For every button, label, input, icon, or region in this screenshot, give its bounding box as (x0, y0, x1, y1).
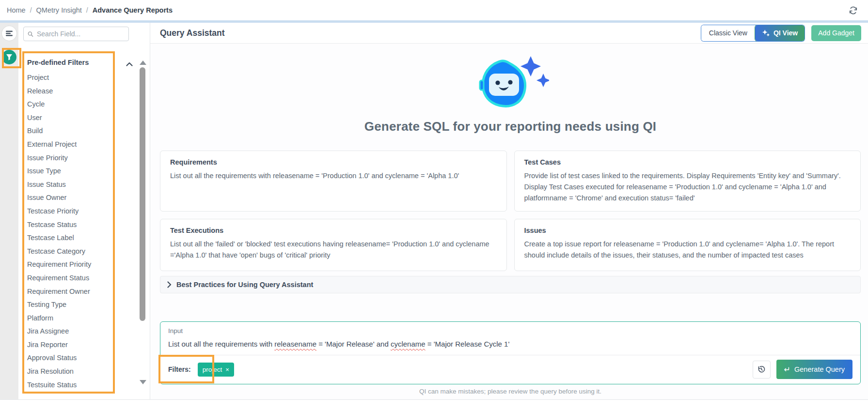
query-history-button[interactable] (753, 361, 771, 379)
query-text-misspelled: cyclename (391, 340, 426, 348)
query-text-input[interactable]: List out all the requirements with relea… (160, 334, 860, 355)
query-text-misspelled: releasename (274, 340, 316, 348)
filter-list-item[interactable]: Issue Priority (18, 152, 135, 165)
example-card-test-cases[interactable]: Test Cases Provide list of test cases li… (514, 151, 861, 212)
refresh-icon (849, 6, 858, 15)
collapse-section-button[interactable] (126, 60, 133, 68)
card-body: Create a top issue report for releasenam… (524, 239, 851, 261)
filter-list-item[interactable]: Requirement Status (18, 272, 135, 285)
query-assistant-content: Generate SQL for your reporting needs us… (150, 44, 868, 399)
search-field-box (23, 27, 129, 41)
predefined-filters-title: Pre-defined Filters (27, 59, 89, 66)
sparkle-icon (762, 29, 770, 37)
qi-bot-icon (472, 55, 549, 113)
main-panel: Query Assistant Classic View QI View Add… (150, 23, 868, 399)
filter-list-item[interactable]: Release (18, 85, 135, 98)
filter-list-item[interactable]: Cycle (18, 98, 135, 111)
query-input-panel: Input List out all the requirements with… (160, 321, 861, 384)
filter-list-item[interactable]: Build (18, 124, 135, 138)
breadcrumb-separator: / (86, 6, 88, 14)
card-body: List out all the requirements with relea… (170, 170, 497, 182)
example-card-issues[interactable]: Issues Create a top issue report for rel… (514, 219, 861, 271)
filter-list-item[interactable]: Testcase Category (18, 245, 135, 258)
card-title: Requirements (170, 158, 497, 166)
card-body: Provide list of test cases linked to the… (524, 170, 851, 204)
search-input[interactable] (37, 30, 125, 38)
main-header: Query Assistant Classic View QI View Add… (150, 23, 868, 44)
view-toggle: Classic View QI View (701, 25, 805, 41)
qi-view-button[interactable]: QI View (755, 25, 805, 41)
filter-list-item[interactable]: Requirement Priority (18, 258, 135, 272)
breadcrumb: Home / QMetry Insight / Advance Query Re… (0, 0, 868, 20)
example-card-requirements[interactable]: Requirements List out all the requiremen… (160, 151, 507, 212)
filter-list-item[interactable]: Jira Reporter (18, 338, 135, 352)
qi-disclaimer: QI can make mistakes; please review the … (160, 388, 861, 395)
chevron-right-icon (167, 281, 172, 288)
remove-filter-icon[interactable]: × (225, 366, 229, 373)
filter-list-item[interactable]: Requirement Owner (18, 285, 135, 299)
qi-view-label: QI View (773, 29, 798, 37)
best-practices-toggle[interactable]: Best Practices for Using Query Assistant (160, 276, 861, 293)
filter-list-item[interactable]: Platform (18, 312, 135, 325)
list-icon (5, 30, 13, 37)
filters-label: Filters: (168, 365, 191, 373)
example-cards: Requirements List out all the requiremen… (160, 151, 861, 271)
history-icon (757, 365, 766, 374)
filter-chip-project[interactable]: project × (198, 363, 234, 377)
filter-list-item[interactable]: Jira Resolution (18, 365, 135, 379)
app-window: Home / QMetry Insight / Advance Query Re… (0, 0, 868, 410)
breadcrumb-qmetry-insight[interactable]: QMetry Insight (36, 6, 82, 14)
filter-list-item[interactable]: Testcase Priority (18, 205, 135, 218)
breadcrumb-home[interactable]: Home (7, 6, 26, 14)
chevron-up-icon (126, 62, 133, 66)
filter-list-item[interactable]: External Project (18, 138, 135, 152)
filter-list-item[interactable]: Issue Owner (18, 191, 135, 205)
filter-list-item[interactable]: Issue Type (18, 165, 135, 178)
hero-section: Generate SQL for your reporting needs us… (160, 44, 861, 134)
classic-view-button[interactable]: Classic View (701, 25, 755, 41)
card-body: List out all the 'failed' or 'blocked' t… (170, 239, 497, 261)
filter-chip-label: project (203, 366, 222, 373)
filter-list-item[interactable]: Testsuite Status (18, 379, 135, 392)
refresh-button[interactable] (847, 4, 859, 16)
query-text: = 'Major Release' and (316, 340, 391, 348)
breadcrumb-separator: / (30, 6, 32, 14)
page-title: Query Assistant (160, 28, 225, 38)
card-title: Issues (524, 227, 851, 234)
filter-funnel-icon (6, 54, 13, 61)
generate-query-label: Generate Query (794, 365, 845, 373)
query-text: List out all the requirements with (168, 340, 274, 348)
filter-list-item[interactable]: Approval Status (18, 351, 135, 365)
generate-query-button[interactable]: ↵ Generate Query (776, 360, 852, 379)
left-icon-rail (0, 23, 18, 399)
field-list-button[interactable] (2, 26, 16, 41)
input-label: Input (160, 322, 860, 334)
predefined-filters-button[interactable] (2, 50, 16, 64)
input-panel-footer: Filters: project × (160, 355, 860, 384)
example-card-test-executions[interactable]: Test Executions List out all the 'failed… (160, 219, 507, 271)
sidebar-scrollbar (139, 23, 146, 399)
hero-heading: Generate SQL for your reporting needs us… (364, 119, 657, 134)
predefined-filters-list: Project Release Cycle User Build Externa… (18, 71, 135, 392)
filter-list-item[interactable]: User (18, 111, 135, 125)
card-title: Test Executions (170, 227, 497, 234)
scroll-down-arrow[interactable] (140, 380, 146, 384)
scroll-up-arrow[interactable] (140, 61, 146, 65)
filter-list-item[interactable]: Testing Type (18, 298, 135, 312)
filter-list-item[interactable]: Jira Assignee (18, 325, 135, 338)
enter-icon: ↵ (784, 365, 790, 374)
breadcrumb-current-page: Advance Query Reports (93, 6, 173, 14)
filter-list-item[interactable]: Testcase Status (18, 218, 135, 232)
filters-sidebar: Pre-defined Filters Project Release Cycl… (18, 23, 150, 399)
card-title: Test Cases (524, 158, 851, 166)
filter-list-item[interactable]: Project (18, 71, 135, 85)
search-icon (28, 30, 33, 38)
add-gadget-button[interactable]: Add Gadget (811, 25, 861, 41)
scrollbar-thumb[interactable] (140, 67, 145, 321)
best-practices-label: Best Practices for Using Query Assistant (176, 281, 313, 289)
query-text: = 'Major Release Cycle 1' (426, 340, 510, 348)
filter-list-item[interactable]: Issue Status (18, 178, 135, 192)
filter-list-item[interactable]: Testcase Label (18, 231, 135, 245)
